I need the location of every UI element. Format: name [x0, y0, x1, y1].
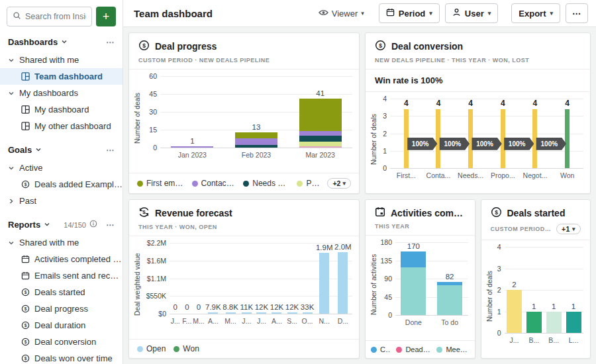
- legend-label: Contact Made: [201, 179, 236, 188]
- deal-conversion-column-won: 4Won: [565, 99, 570, 168]
- x-axis-label: Feb 2023: [242, 151, 271, 159]
- sidebar-item-team-dashboard[interactable]: Team dashboard: [0, 68, 123, 85]
- segment-first-email-sent[interactable]: [235, 132, 277, 138]
- insights-app: + Dashboards ⋯ Shared with meTeam dashbo…: [0, 0, 596, 364]
- segment-contact-made[interactable]: [235, 138, 277, 146]
- sidebar-item-activities-completed-an[interactable]: Activities completed an...: [0, 251, 123, 267]
- bar-value-label: 1: [532, 302, 536, 310]
- x-axis-label: Negot...: [523, 171, 548, 179]
- segment-call[interactable]: [401, 251, 426, 267]
- segment-o[interactable]: [303, 312, 313, 314]
- segment-won[interactable]: [565, 109, 570, 168]
- activities-completed-column-to-do: 82To do: [437, 242, 462, 315]
- segment-s[interactable]: [287, 312, 297, 314]
- segment-meeting[interactable]: [401, 267, 426, 315]
- sidebar-item-my-other-dashboard[interactable]: My other dashboard: [0, 118, 123, 134]
- sidebar-item-deals-started[interactable]: $Deals started: [0, 284, 123, 300]
- deal-icon: $: [21, 288, 30, 296]
- bar-value-label: 33K: [301, 303, 314, 311]
- user-button[interactable]: User ▾: [445, 3, 498, 23]
- conversion-rate-badge: 100%: [472, 138, 502, 150]
- more-button[interactable]: ⋯: [566, 3, 588, 23]
- sidebar-item-deal-conversion[interactable]: $Deal conversion: [0, 334, 123, 350]
- sidebar-item-deals-added-example-t[interactable]: $Deals added Example t...: [0, 176, 123, 193]
- segment-other-stage[interactable]: [299, 146, 342, 148]
- segment-b[interactable]: [526, 312, 542, 334]
- bar-to-do[interactable]: [437, 282, 462, 315]
- search-box[interactable]: [7, 7, 92, 26]
- bar-mar-2023[interactable]: [299, 99, 342, 148]
- segment-contact-made[interactable]: [299, 131, 342, 136]
- segment-proposal-made[interactable]: [299, 142, 342, 146]
- segment-j[interactable]: [507, 290, 522, 333]
- segment-m[interactable]: [226, 312, 236, 314]
- segment-contact-made[interactable]: [171, 146, 213, 148]
- bar-a[interactable]: [208, 312, 218, 314]
- bar-jan-2023[interactable]: [171, 146, 213, 148]
- sidebar-item-label: Deals won over time: [34, 353, 113, 363]
- chevron-down-icon: [8, 165, 15, 171]
- bar-s[interactable]: [287, 312, 297, 314]
- sidebar-group-past[interactable]: Past: [0, 193, 123, 209]
- sidebar-item-label: Deals added Example t...: [34, 179, 123, 189]
- bar-a[interactable]: [272, 312, 281, 314]
- deal-icon: $: [491, 206, 502, 220]
- segment-l[interactable]: [566, 312, 581, 334]
- sidebar-group-shared-with-me[interactable]: Shared with me: [0, 234, 123, 251]
- sidebar-group-my-dashboards[interactable]: My dashboards: [0, 85, 123, 101]
- subtitle-more-pill[interactable]: +1▾: [556, 224, 581, 234]
- info-icon[interactable]: [89, 220, 97, 230]
- segment-d[interactable]: [338, 252, 348, 314]
- segment-n[interactable]: [319, 253, 329, 314]
- segment-first-email-sent[interactable]: [299, 99, 342, 131]
- bar-n[interactable]: [319, 253, 329, 314]
- dashboards-section-title: Dashboards: [8, 37, 58, 47]
- segment-j[interactable]: [242, 312, 252, 314]
- bar-feb-2023[interactable]: [235, 132, 277, 148]
- svg-text:$: $: [379, 42, 382, 49]
- sidebar-item-my-dashboard[interactable]: My dashboard: [0, 101, 123, 118]
- add-button[interactable]: +: [96, 7, 116, 26]
- period-button[interactable]: Period ▾: [379, 3, 440, 23]
- bar-o[interactable]: [303, 312, 313, 314]
- sidebar-item-deal-duration[interactable]: $Deal duration: [0, 317, 123, 334]
- sidebar-group-active[interactable]: Active: [0, 159, 123, 176]
- segment-needs-defined[interactable]: [299, 136, 342, 142]
- sidebar-group-shared-with-me[interactable]: Shared with me: [0, 52, 123, 68]
- bar-value-label: 4: [468, 99, 473, 108]
- segment-j[interactable]: [256, 312, 266, 314]
- bar-d[interactable]: [338, 252, 348, 314]
- segment-a[interactable]: [208, 312, 218, 314]
- bar-j[interactable]: [242, 312, 252, 314]
- segment-meeting[interactable]: [437, 285, 462, 315]
- bar-f[interactable]: [182, 312, 192, 314]
- bar-l[interactable]: [566, 312, 581, 334]
- search-input[interactable]: [25, 12, 86, 21]
- goals-more-icon[interactable]: ⋯: [106, 146, 115, 155]
- legend-more-pill[interactable]: +2▾: [327, 178, 351, 189]
- bar-b[interactable]: [546, 312, 562, 334]
- segment-b[interactable]: [546, 312, 562, 334]
- reports-more-icon[interactable]: ⋯: [106, 220, 115, 230]
- deal-icon: $: [21, 338, 30, 346]
- viewer-dropdown[interactable]: Viewer ▾: [319, 9, 364, 19]
- bar-m[interactable]: [226, 312, 236, 314]
- bar-won[interactable]: [565, 109, 570, 168]
- bar-j[interactable]: [256, 312, 266, 314]
- sidebar-item-deal-progress[interactable]: $Deal progress: [0, 300, 123, 317]
- bar-j[interactable]: [170, 312, 180, 314]
- reports-section-header[interactable]: Reports 14/150 ⋯: [0, 209, 123, 234]
- activities-completed-y-ticks: 04590135180: [378, 242, 395, 315]
- bar-m[interactable]: [193, 312, 203, 314]
- sidebar-item-deals-won-over-time[interactable]: $Deals won over time: [0, 350, 123, 364]
- bar-j[interactable]: [507, 290, 522, 333]
- goals-section-header[interactable]: Goals ⋯: [0, 134, 123, 159]
- dashboards-more-icon[interactable]: ⋯: [106, 38, 115, 47]
- segment-a[interactable]: [272, 312, 281, 314]
- bar-b[interactable]: [526, 312, 542, 334]
- sidebar-item-emails-sent-and-received[interactable]: Emails sent and received: [0, 267, 123, 284]
- bar-done[interactable]: [401, 251, 426, 315]
- export-button[interactable]: Export ▾: [511, 3, 560, 23]
- dashboards-section-header[interactable]: Dashboards ⋯: [0, 26, 123, 52]
- segment-needs-defined[interactable]: [235, 145, 277, 148]
